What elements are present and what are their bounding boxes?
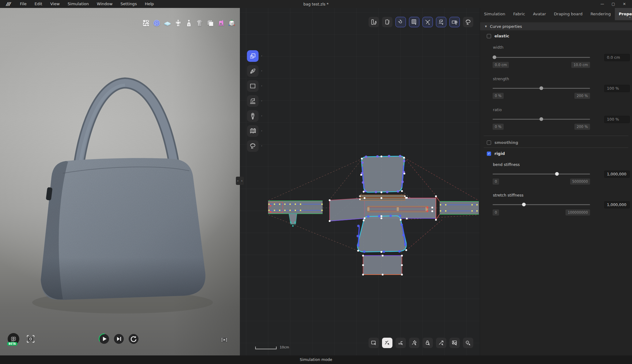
tab-overflow-icon[interactable]: ▾: [629, 16, 630, 19]
rigid-row: ✓ rigid: [487, 151, 505, 156]
smoothing-row: smoothing: [487, 140, 518, 145]
menu-help[interactable]: Help: [141, 0, 158, 8]
select-pin-tool[interactable]: [409, 338, 419, 348]
measure-display-icon[interactable]: [463, 17, 473, 27]
rectangle-tool[interactable]: ›: [247, 80, 259, 92]
particle-view-icon[interactable]: [153, 19, 161, 27]
close-button[interactable]: ✕: [620, 0, 628, 8]
2d-tool-column: › › › › › › ›: [247, 50, 259, 152]
pattern-bottom-panel[interactable]: [358, 216, 406, 252]
width-value-input[interactable]: 0.0 cm: [604, 54, 630, 61]
rigid-label: rigid: [494, 151, 505, 156]
zipper-tool[interactable]: ›: [247, 110, 259, 122]
step-forward-button[interactable]: [113, 333, 124, 344]
menu-window[interactable]: Window: [93, 0, 116, 8]
garment-view-icon[interactable]: [195, 19, 204, 27]
ratio-slider[interactable]: [493, 119, 590, 120]
select-seam-tool[interactable]: [395, 338, 406, 348]
point-snap-icon[interactable]: [422, 17, 433, 27]
ratio-value-input[interactable]: 100 %: [604, 116, 630, 123]
menu-view[interactable]: View: [46, 0, 64, 8]
bend-slider-thumb[interactable]: [555, 172, 559, 176]
swatch-tool-icon[interactable]: [369, 17, 379, 27]
seam-display-icon[interactable]: [436, 17, 446, 27]
tab-fabric[interactable]: Fabric: [509, 8, 529, 20]
titlebar: /// File Edit View Simulation Window Set…: [0, 0, 632, 8]
elastic-checkbox[interactable]: [487, 34, 491, 38]
gizmo-cube-icon[interactable]: [228, 19, 236, 27]
menu-simulation[interactable]: Simulation: [64, 0, 93, 8]
smoothing-checkbox[interactable]: [487, 141, 491, 145]
tab-rendering[interactable]: Rendering: [586, 8, 615, 20]
stretch-stiffness-slider[interactable]: [493, 204, 590, 205]
ratio-slider-thumb[interactable]: [539, 117, 543, 121]
pattern-top-panel[interactable]: [361, 156, 404, 192]
pattern-gusset-left[interactable]: [330, 198, 365, 221]
texture-view-icon[interactable]: [206, 19, 214, 27]
strength-slider-thumb[interactable]: [539, 86, 543, 90]
2d-pattern-canvas[interactable]: [240, 8, 480, 355]
width-slider-row: 0.0 cm ↻: [493, 54, 630, 61]
fabric-roll-icon[interactable]: [449, 17, 460, 27]
transform-tool[interactable]: ›: [247, 50, 259, 62]
fabric-view-icon[interactable]: [163, 19, 172, 27]
2d-viewport[interactable]: › › › › › › › 10cm: [240, 8, 480, 355]
tab-avatar[interactable]: Avatar: [529, 8, 550, 20]
sewing-tool[interactable]: ›: [247, 95, 259, 107]
turntable-record-button[interactable]: BETA: [8, 333, 19, 345]
tab-draping-board[interactable]: Draping board: [550, 8, 586, 20]
wireframe-view-icon[interactable]: [142, 19, 150, 27]
section-curve-properties[interactable]: ▼ Curve properties: [480, 22, 632, 30]
grid-snap-icon[interactable]: [409, 17, 419, 27]
measure-tool[interactable]: ›: [247, 140, 259, 152]
width-slider-thumb[interactable]: [493, 55, 496, 59]
play-button[interactable]: [99, 333, 110, 344]
maximize-button[interactable]: ▢: [609, 0, 617, 8]
bend-value-input[interactable]: 1,000,000: [604, 171, 630, 178]
pattern-bottom-flap[interactable]: [363, 256, 402, 275]
menu-edit[interactable]: Edit: [31, 0, 46, 8]
stretch-slider-thumb[interactable]: [522, 203, 526, 206]
select-needle-tool[interactable]: [436, 338, 446, 348]
selection-filter-toolbar: [369, 338, 473, 348]
strength-value-input[interactable]: 100 %: [604, 85, 630, 92]
snapshot-button[interactable]: [26, 334, 35, 343]
strength-max: 200 %: [574, 93, 590, 99]
select-lock-tool[interactable]: [422, 338, 433, 348]
pen-tool[interactable]: ›: [247, 65, 259, 77]
collapse-3d-panel-button[interactable]: ›: [236, 177, 240, 185]
reset-button[interactable]: [128, 333, 139, 344]
ratio-label: ratio: [493, 107, 502, 112]
strength-slider-row: 100 % ↻: [493, 85, 630, 92]
select-button-tool[interactable]: [463, 338, 473, 348]
width-slider[interactable]: [493, 57, 590, 58]
pattern-strip[interactable]: [360, 195, 405, 200]
select-image-tool[interactable]: [449, 338, 460, 348]
collapse-2d-panel-button[interactable]: ‹: [240, 177, 244, 185]
stretch-stiffness-label: stretch stiffness: [493, 193, 524, 197]
minimize-button[interactable]: —: [598, 0, 606, 8]
mannequin-view-icon[interactable]: [174, 19, 182, 27]
sewing-machine-view-icon[interactable]: [217, 19, 225, 27]
select-box-tool[interactable]: [369, 338, 379, 348]
select-curve-tool[interactable]: [382, 338, 392, 348]
bend-max: 5000000: [570, 178, 590, 185]
pattern-right-strap[interactable]: [440, 201, 479, 214]
3d-viewport[interactable]: BETA ›: [0, 8, 240, 355]
render-video-button[interactable]: [220, 335, 229, 344]
avatar-view-icon[interactable]: [185, 19, 193, 27]
stretch-value-input[interactable]: 1,000,000: [604, 201, 630, 208]
magnet-snap-icon[interactable]: [395, 17, 406, 27]
menu-file[interactable]: File: [16, 0, 31, 8]
bag-body[interactable]: [37, 152, 211, 305]
tab-simulation[interactable]: Simulation: [480, 8, 509, 20]
pleat-tool[interactable]: ›: [247, 125, 259, 137]
strength-slider[interactable]: [493, 88, 590, 89]
bend-stiffness-slider[interactable]: [493, 174, 590, 174]
rigid-checkbox[interactable]: ✓: [487, 152, 491, 156]
bag-3d-render[interactable]: [0, 8, 240, 355]
pattern-seam-icon[interactable]: [382, 17, 392, 27]
width-label: width: [493, 45, 503, 50]
stretch-min: 0: [493, 209, 499, 216]
menu-settings[interactable]: Settings: [116, 0, 141, 8]
